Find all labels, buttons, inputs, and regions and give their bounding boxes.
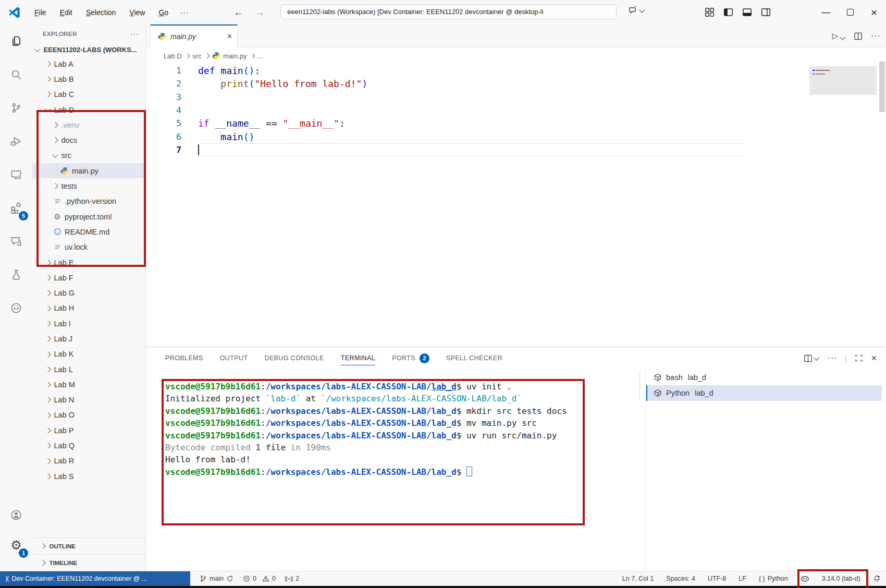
tree-folder-lab-d[interactable]: Lab D [32, 102, 145, 117]
menu-view[interactable]: View [129, 8, 145, 17]
activity-chat[interactable] [0, 228, 32, 255]
editor-scrollbar[interactable] [879, 62, 885, 112]
panel-tab-terminal[interactable]: TERMINAL [341, 347, 375, 369]
tree-folder-lab-e[interactable]: Lab E [32, 255, 145, 270]
notifications-bell[interactable] [873, 575, 881, 583]
customize-layout-icon[interactable] [705, 7, 715, 17]
tree-folder-lab-j[interactable]: Lab J [32, 331, 145, 346]
menu-file[interactable]: File [34, 8, 46, 17]
tree-folder-lab-s[interactable]: Lab S [32, 469, 145, 484]
tab-main-py[interactable]: main.py × [150, 24, 238, 47]
toggle-panel-icon[interactable] [742, 7, 752, 17]
activity-settings[interactable]: ⚙1 [0, 532, 32, 559]
encoding-indicator[interactable]: UTF-8 [708, 575, 726, 582]
close-tab-icon[interactable]: × [227, 32, 232, 41]
tree-file-python-version[interactable]: .python-version [32, 194, 145, 209]
breadcrumb-item-src[interactable]: src [192, 52, 201, 60]
panel-tab-output[interactable]: OUTPUT [220, 347, 248, 369]
editor-more-actions-button[interactable]: ··· [871, 31, 881, 41]
workspace-root-folder[interactable]: EEEN11202-LABS (WORKS... [32, 43, 145, 56]
tree-folder-tests[interactable]: tests [32, 178, 145, 193]
tree-file-uv-lock[interactable]: uv.lock [32, 240, 145, 255]
panel-tab-problems[interactable]: PROBLEMS [165, 347, 203, 369]
code-line-4[interactable]: 4 [146, 104, 886, 117]
tree-folder-lab-h[interactable]: Lab H [32, 301, 145, 316]
code-editor[interactable]: 1def main():2 print("Hello from lab-d!")… [146, 64, 886, 156]
activity-search[interactable] [0, 61, 32, 88]
tree-folder-lab-i[interactable]: Lab I [32, 316, 145, 331]
code-line-3[interactable]: 3 [146, 91, 886, 104]
code-line-2[interactable]: 2 print("Hello from lab-d!") [146, 77, 886, 90]
split-editor-icon[interactable] [854, 32, 863, 41]
menu-edit[interactable]: Edit [60, 8, 72, 17]
tree-folder-lab-g[interactable]: Lab G [32, 285, 145, 300]
explorer-more-actions-button[interactable]: ··· [130, 30, 139, 38]
tree-file-pyproject-toml[interactable]: ⚙pyproject.toml [32, 209, 145, 224]
close-panel-icon[interactable]: × [871, 353, 877, 364]
code-line-6[interactable]: 6 main() [146, 130, 886, 143]
activity-testing[interactable] [0, 261, 32, 288]
terminal-output[interactable]: vscode@5917b9b16d61:/workspaces/labs-ALE… [165, 381, 567, 478]
terminal-tab-bash[interactable]: bashlab_d [646, 370, 882, 385]
tree-file-readme-md[interactable]: README.md [32, 224, 145, 239]
code-line-7[interactable]: 7 [146, 143, 886, 156]
minimap[interactable] [809, 66, 877, 95]
tree-folder-lab-k[interactable]: Lab K [32, 347, 145, 362]
remote-indicator[interactable]: ⟩⟨ Dev Container: EEEN11202 devcontainer… [0, 571, 190, 586]
menu-go[interactable]: Go [158, 8, 168, 17]
minimize-button[interactable]: — [814, 0, 838, 24]
tree-folder-venv[interactable]: .venv [32, 117, 145, 132]
breadcrumb-item-[interactable]: ... [257, 52, 263, 60]
tree-folder-lab-n[interactable]: Lab N [32, 393, 145, 408]
python-interpreter-indicator[interactable]: 3.14.0 (lab-d) [822, 575, 860, 582]
tree-folder-lab-l[interactable]: Lab L [32, 362, 145, 377]
tree-folder-lab-c[interactable]: Lab C [32, 87, 145, 102]
maximize-panel-icon[interactable] [855, 354, 863, 362]
timeline-section[interactable]: TIMELINE [32, 554, 146, 571]
panel-more-actions-button[interactable]: ··· [828, 353, 838, 363]
activity-source-control[interactable] [0, 94, 32, 121]
activity-run-and-debug[interactable] [0, 128, 32, 155]
cursor-position-indicator[interactable]: Ln 7, Col 1 [622, 575, 654, 582]
breadcrumb-item-lab-d[interactable]: Lab D [164, 52, 182, 60]
outline-section[interactable]: OUTLINE [32, 537, 146, 554]
activity-extensions[interactable]: 5 [0, 194, 32, 222]
language-mode-indicator[interactable]: { } Python [759, 575, 788, 582]
tree-folder-lab-r[interactable]: Lab R [32, 454, 145, 469]
copilot-chat-button[interactable] [628, 6, 645, 15]
toggle-primary-sidebar-icon[interactable] [723, 7, 733, 17]
tree-file-main-py[interactable]: main.py [32, 163, 145, 178]
tree-folder-docs[interactable]: docs [32, 132, 145, 148]
panel-tab-ports[interactable]: PORTS2 [392, 347, 429, 369]
menu-overflow-button[interactable]: ··· [180, 8, 189, 17]
tree-folder-lab-m[interactable]: Lab M [32, 377, 145, 392]
tree-folder-lab-f[interactable]: Lab F [32, 270, 145, 285]
activity-github[interactable] [0, 295, 32, 322]
code-line-1[interactable]: 1def main(): [146, 64, 886, 77]
terminal-tab-python[interactable]: Pythonlab_d [646, 385, 882, 401]
split-terminal-button[interactable] [804, 354, 820, 363]
run-python-file-button[interactable]: ▷ [832, 31, 845, 41]
activity-accounts[interactable] [0, 501, 32, 529]
command-center-search[interactable]: eeen11202-labs (Workspace) [Dev Containe… [280, 4, 617, 19]
activity-explorer[interactable] [0, 28, 32, 55]
menu-selection[interactable]: Selection [86, 8, 116, 17]
maximize-button[interactable] [838, 0, 862, 24]
copilot-status[interactable] [801, 574, 809, 583]
back-arrow-icon[interactable]: ← [233, 7, 243, 18]
forward-arrow-icon[interactable]: → [255, 7, 265, 18]
eol-indicator[interactable]: LF [739, 575, 746, 582]
close-button[interactable]: × [862, 0, 886, 24]
tree-folder-lab-b[interactable]: Lab B [32, 71, 145, 87]
tree-folder-lab-a[interactable]: Lab A [32, 56, 145, 71]
tree-folder-src[interactable]: src [32, 148, 145, 163]
tree-folder-lab-q[interactable]: Lab Q [32, 438, 145, 453]
activity-remote-explorer[interactable] [0, 161, 32, 188]
code-line-5[interactable]: 5if __name__ == "__main__": [146, 117, 886, 130]
toggle-secondary-sidebar-icon[interactable] [761, 7, 771, 17]
branch-indicator[interactable]: main [200, 575, 233, 582]
indentation-indicator[interactable]: Spaces: 4 [666, 575, 695, 582]
panel-tab-debug-console[interactable]: DEBUG CONSOLE [264, 347, 324, 369]
problems-indicator[interactable]: 0 0 [243, 575, 276, 582]
tree-folder-lab-o[interactable]: Lab O [32, 408, 145, 423]
